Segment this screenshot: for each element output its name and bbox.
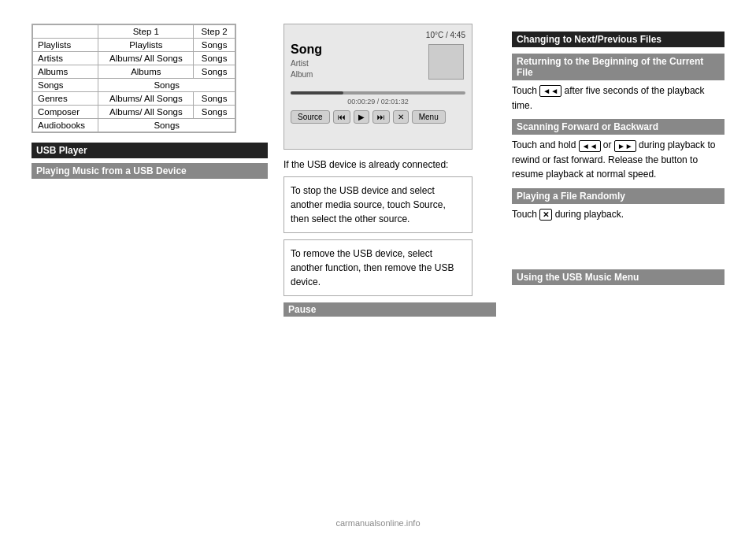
play-button[interactable]: ▶ <box>354 110 369 124</box>
screen-top-bar: 10°C / 4:45 <box>291 31 465 39</box>
prev-button[interactable]: ⏮ <box>333 110 350 124</box>
table-row: SongsSongs <box>33 79 235 92</box>
stop-text: To stop the USB device and select anothe… <box>291 185 446 224</box>
changing-files-header: Changing to Next/Previous Files <box>512 32 724 47</box>
screen-time-display: 10°C / 4:45 <box>426 31 465 39</box>
rewind-icon-2: ◄◄ <box>579 140 601 152</box>
table-cell: Playlists <box>33 39 98 52</box>
usb-player-screen: 10°C / 4:45 Song Artist Album 00:00:29 /… <box>284 24 472 150</box>
table-cell: Albums/ All Songs <box>98 52 194 65</box>
connected-text: If the USB device is already connected: <box>284 158 496 172</box>
scanning-header: Scanning Forward or Backward <box>512 119 724 135</box>
table-row: AlbumsAlbumsSongs <box>33 65 235 79</box>
usb-menu-table: Step 1 Step 2 PlaylistsPlaylistsSongsArt… <box>32 24 236 133</box>
table-cell: Songs <box>98 119 235 132</box>
remove-text-box: To remove the USB device, select another… <box>284 239 472 296</box>
usb-player-section-header: USB Player <box>32 143 268 158</box>
table-cell: Songs <box>98 79 235 92</box>
usb-menu-header: Using the USB Music Menu <box>512 269 724 285</box>
table-row: AudiobooksSongs <box>33 119 235 132</box>
remove-text: To remove the USB device, select another… <box>291 248 454 287</box>
table-row: PlaylistsPlaylistsSongs <box>33 39 235 52</box>
table-row: ComposerAlbums/ All SongsSongs <box>33 106 235 119</box>
col-header-step1: Step 1 <box>98 25 194 39</box>
screen-progress-fill <box>291 91 343 95</box>
table-cell: Audiobooks <box>33 119 98 132</box>
table-cell: Albums <box>33 65 98 79</box>
right-column: Changing to Next/Previous Files Returnin… <box>512 24 724 510</box>
col-header-step2: Step 2 <box>194 25 235 39</box>
table-cell: Songs <box>194 65 235 79</box>
left-column: Step 1 Step 2 PlaylistsPlaylistsSongsArt… <box>32 24 268 510</box>
table-cell: Albums/ All Songs <box>98 106 194 119</box>
page-container: Step 1 Step 2 PlaylistsPlaylistsSongsArt… <box>0 0 756 534</box>
table-row: ArtistsAlbums/ All SongsSongs <box>33 52 235 65</box>
table-cell: Songs <box>194 106 235 119</box>
footer-logo: carmanualsonline.info <box>0 518 756 528</box>
table-cell: Songs <box>33 79 98 92</box>
fastforward-icon: ►► <box>614 140 636 152</box>
table-cell: Albums/ All Songs <box>98 92 194 106</box>
table-cell: Composer <box>33 106 98 119</box>
middle-column: 10°C / 4:45 Song Artist Album 00:00:29 /… <box>284 24 496 510</box>
table-cell: Albums <box>98 65 194 79</box>
playing-music-subheader: Playing Music from a USB Device <box>32 163 268 179</box>
table-cell: Songs <box>194 39 235 52</box>
table-cell: Genres <box>33 92 98 106</box>
pause-header: Pause <box>284 302 496 317</box>
stop-text-box: To stop the USB device and select anothe… <box>284 176 472 233</box>
screen-album-art <box>428 44 464 80</box>
menu-button[interactable]: Menu <box>412 110 446 124</box>
next-button[interactable]: ⏭ <box>372 110 390 124</box>
returning-header: Returning to the Beginning of the Curren… <box>512 54 724 80</box>
screen-time-bar: 00:00:29 / 02:01:32 <box>291 98 465 106</box>
playing-randomly-header: Playing a File Randomly <box>512 188 724 204</box>
screen-progress-bar <box>291 91 465 95</box>
returning-text: Touch ◄◄ after five seconds of the playb… <box>512 83 724 113</box>
random-text: Touch ✕ during playback. <box>512 207 724 222</box>
table-cell: Artists <box>33 52 98 65</box>
table-cell: Songs <box>194 92 235 106</box>
table-row: GenresAlbums/ All SongsSongs <box>33 92 235 106</box>
shuffle-button[interactable]: ✕ <box>393 110 409 124</box>
table-cell: Playlists <box>98 39 194 52</box>
col-header-1 <box>33 25 98 39</box>
source-button[interactable]: Source <box>291 110 330 124</box>
table-cell: Songs <box>194 52 235 65</box>
scanning-text: Touch and hold ◄◄ or ►► during playback … <box>512 138 724 182</box>
screen-controls: Source ⏮ ▶ ⏭ ✕ Menu <box>291 110 465 124</box>
logo-text: carmanualsonline.info <box>335 518 420 528</box>
shuffle-icon: ✕ <box>539 209 552 221</box>
rewind-icon: ◄◄ <box>539 85 561 97</box>
